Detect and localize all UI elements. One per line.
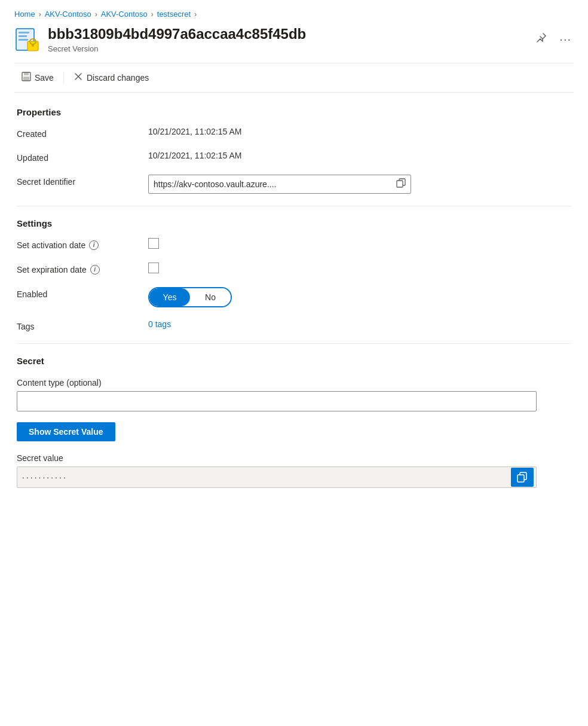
save-icon	[22, 72, 31, 84]
svg-rect-9	[24, 72, 29, 75]
svg-rect-14	[397, 181, 403, 187]
settings-section-title: Settings	[17, 218, 571, 228]
expiration-row: Set expiration date i	[17, 263, 571, 275]
activation-checkbox-container	[148, 238, 571, 251]
activation-info-icon[interactable]: i	[89, 240, 99, 250]
enabled-toggle[interactable]: Yes No	[148, 287, 232, 307]
expiration-info-icon[interactable]: i	[90, 265, 100, 274]
svg-rect-3	[19, 35, 27, 37]
created-label: Created	[17, 127, 148, 139]
page-container: Home › AKV-Contoso › AKV-Contoso › tests…	[0, 0, 588, 502]
breadcrumb-home[interactable]: Home	[14, 10, 35, 19]
discard-button[interactable]: Discard changes	[66, 68, 156, 87]
breadcrumb-testsecret[interactable]: testsecret	[157, 10, 191, 19]
activation-row: Set activation date i	[17, 238, 571, 251]
identifier-row: Secret Identifier https://akv-contoso.va…	[17, 175, 571, 194]
content-type-input[interactable]	[17, 391, 537, 411]
toolbar: Save Discard changes	[14, 63, 574, 93]
svg-rect-16	[517, 475, 524, 482]
updated-value: 10/21/2021, 11:02:15 AM	[148, 151, 571, 160]
svg-rect-10	[23, 77, 29, 80]
page-header: bbb31809b4bd4997a6accaa4c85f45db Secret …	[14, 26, 574, 53]
svg-rect-4	[19, 39, 28, 41]
activation-label: Set activation date i	[17, 238, 148, 250]
content-area: Properties Created 10/21/2021, 11:02:15 …	[14, 107, 574, 488]
breadcrumb-sep-4: ›	[194, 10, 197, 19]
secret-version-icon	[14, 27, 39, 52]
enabled-toggle-container: Yes No	[148, 287, 571, 307]
enabled-row: Enabled Yes No	[17, 287, 571, 307]
more-options-icon[interactable]: ···	[557, 30, 574, 48]
breadcrumb-sep-3: ›	[151, 10, 154, 19]
tags-label: Tags	[17, 319, 148, 331]
identifier-label: Secret Identifier	[17, 175, 148, 187]
header-text: bbb31809b4bd4997a6accaa4c85f45db Secret …	[48, 26, 525, 53]
breadcrumb-sep-2: ›	[95, 10, 97, 19]
breadcrumb-akv2[interactable]: AKV-Contoso	[101, 10, 148, 19]
tags-value: 0 tags	[148, 319, 571, 329]
breadcrumb-sep-1: ›	[39, 10, 41, 19]
toolbar-divider	[63, 72, 64, 84]
svg-point-7	[32, 44, 34, 47]
properties-section-title: Properties	[17, 107, 571, 117]
save-button[interactable]: Save	[14, 68, 61, 87]
discard-icon	[74, 72, 83, 84]
tags-link[interactable]: 0 tags	[148, 319, 171, 329]
enabled-label: Enabled	[17, 287, 148, 299]
properties-divider	[17, 206, 571, 206]
tags-row: Tags 0 tags	[17, 319, 571, 331]
copy-secret-button[interactable]	[511, 468, 534, 487]
updated-row: Updated 10/21/2021, 11:02:15 AM	[17, 151, 571, 163]
expiration-label: Set expiration date i	[17, 263, 148, 274]
expiration-checkbox[interactable]	[148, 263, 159, 273]
svg-rect-2	[19, 32, 29, 33]
identifier-text: https://akv-contoso.vault.azure....	[154, 179, 391, 189]
discard-label: Discard changes	[87, 73, 149, 83]
toggle-yes[interactable]: Yes	[149, 288, 190, 306]
updated-label: Updated	[17, 151, 148, 163]
toggle-no[interactable]: No	[190, 288, 231, 306]
secret-value-label: Secret value	[17, 451, 571, 463]
secret-value-row: ···········	[17, 466, 537, 488]
page-subtitle: Secret Version	[48, 44, 525, 53]
breadcrumb-akv1[interactable]: AKV-Contoso	[45, 10, 91, 19]
activation-checkbox[interactable]	[148, 238, 159, 249]
identifier-box: https://akv-contoso.vault.azure....	[148, 175, 411, 194]
copy-identifier-icon[interactable]	[396, 178, 406, 190]
secret-dots: ···········	[22, 472, 513, 482]
pin-icon[interactable]	[533, 29, 550, 49]
created-value: 10/21/2021, 11:02:15 AM	[148, 127, 571, 136]
created-row: Created 10/21/2021, 11:02:15 AM	[17, 127, 571, 139]
breadcrumb: Home › AKV-Contoso › AKV-Contoso › tests…	[14, 10, 574, 19]
content-type-label: Content type (optional)	[17, 376, 571, 388]
expiration-checkbox-container	[148, 263, 571, 275]
identifier-value: https://akv-contoso.vault.azure....	[148, 175, 571, 194]
save-label: Save	[35, 73, 54, 83]
show-secret-button[interactable]: Show Secret Value	[17, 422, 115, 441]
header-actions: ···	[533, 26, 574, 49]
settings-divider	[17, 343, 571, 344]
page-title: bbb31809b4bd4997a6accaa4c85f45db	[48, 26, 525, 43]
secret-section-title: Secret	[17, 356, 571, 366]
